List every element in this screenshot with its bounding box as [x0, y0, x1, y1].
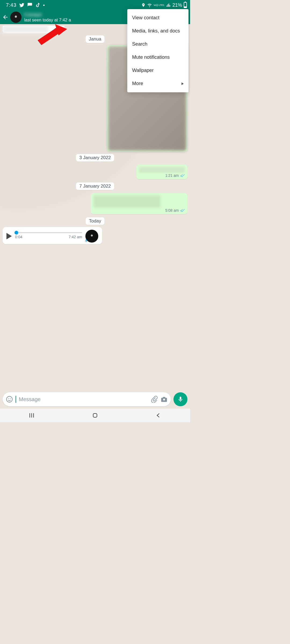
date-chip: 7 January 2022 [76, 182, 114, 190]
status-clock: 7:43 [6, 2, 16, 8]
back-icon[interactable] [2, 14, 9, 20]
date-chip: 3 January 2022 [76, 154, 114, 162]
battery-icon [184, 2, 187, 8]
chevron-right-icon [182, 82, 184, 85]
read-ticks-icon [180, 174, 185, 177]
voice-message[interactable]: 0:04 7:42 am [3, 227, 102, 244]
menu-media-links-docs[interactable]: Media, links, and docs [127, 24, 189, 38]
composer-bar [0, 390, 190, 409]
voice-seekbar[interactable] [15, 232, 82, 233]
outgoing-message[interactable]: 5:08 am [91, 193, 187, 214]
signal-icon [166, 3, 171, 8]
menu-more[interactable]: More [127, 77, 189, 90]
home-icon[interactable] [92, 412, 98, 419]
svg-point-3 [163, 399, 165, 401]
attach-icon[interactable] [151, 396, 158, 403]
date-chip: Janua [86, 35, 104, 43]
message-text-redacted [93, 195, 161, 208]
battery-percent: 21% [172, 2, 182, 8]
message-time: 7:42 am [68, 235, 82, 239]
chat-title-block[interactable]: Contact last seen today at 7:42 a [24, 12, 71, 22]
wifi-icon [147, 3, 152, 8]
back-nav-icon[interactable] [155, 412, 162, 419]
message-time: 1:21 am [165, 173, 179, 178]
outgoing-message[interactable]: 1:21 am [136, 165, 187, 179]
menu-view-contact[interactable]: View contact [127, 11, 189, 24]
location-icon [141, 3, 146, 7]
lte-indicator: Vo)) LTE1 [154, 4, 164, 6]
last-seen: last seen today at 7:42 a [24, 18, 71, 23]
mic-icon [177, 396, 184, 402]
emoji-icon[interactable] [6, 396, 13, 403]
message-input-container[interactable] [3, 392, 171, 406]
contact-name: Contact [24, 12, 71, 18]
svg-rect-4 [93, 414, 97, 417]
camera-icon[interactable] [161, 396, 168, 403]
voice-duration: 0:04 [15, 235, 22, 239]
menu-search[interactable]: Search [127, 38, 189, 51]
svg-point-1 [8, 398, 9, 399]
sender-avatar [85, 230, 98, 243]
play-button[interactable] [6, 233, 12, 239]
twitter-icon [19, 2, 24, 8]
message-input[interactable] [19, 396, 148, 402]
read-ticks-icon [180, 208, 185, 212]
svg-marker-6 [38, 27, 61, 45]
mic-icon [84, 238, 88, 243]
menu-mute-notifications[interactable]: Mute notifications [127, 51, 189, 64]
overflow-menu: View contact Media, links, and docs Sear… [127, 9, 189, 92]
svg-point-2 [10, 398, 11, 399]
seekbar-thumb[interactable] [15, 231, 18, 235]
status-bar: 7:43 Vo)) LTE1 21% [0, 0, 190, 10]
message-time: 5:08 am [165, 208, 179, 213]
chat-icon [27, 2, 32, 8]
recents-icon[interactable] [28, 412, 35, 419]
text-caret [16, 396, 16, 403]
message-text-redacted [139, 167, 185, 173]
svg-point-0 [6, 396, 12, 402]
contact-avatar[interactable] [10, 12, 21, 23]
date-chip: Today [86, 217, 104, 225]
status-dot-icon [43, 5, 45, 6]
annotation-arrow [38, 24, 67, 46]
menu-wallpaper[interactable]: Wallpaper [127, 64, 189, 77]
mic-button[interactable] [173, 392, 187, 406]
tiktok-icon [35, 2, 41, 8]
system-nav-bar [0, 409, 190, 422]
